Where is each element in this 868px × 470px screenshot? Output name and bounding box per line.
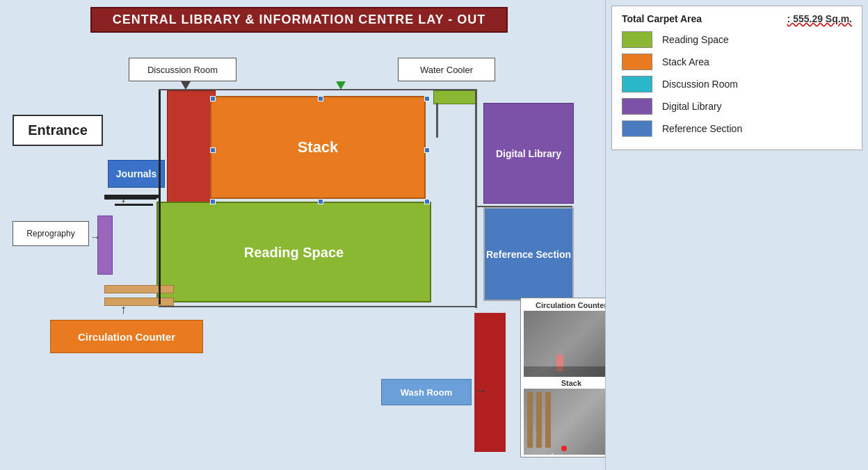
- stack-label: Stack: [298, 138, 339, 156]
- water-cooler-label-box: Water Cooler: [398, 58, 495, 81]
- shelf-bar-1: [104, 285, 174, 293]
- reprography-box: Reprography: [13, 221, 89, 246]
- separator-bar-2: [115, 204, 153, 206]
- reprography-label: Reprography: [26, 229, 74, 238]
- legend-item-discussion-room: Discussion Room: [622, 76, 852, 92]
- journals-box: Journals: [108, 160, 165, 188]
- floorplan-area: CENTRAL LIBRARY & INFORMATION CENTRE LAY…: [0, 0, 605, 470]
- wc-connector: [436, 103, 438, 138]
- reference-section-label: Reference Section: [486, 249, 571, 260]
- arrow-right-washroom: →: [474, 384, 487, 398]
- legend-label-reading-space: Reading Space: [662, 34, 729, 45]
- washroom-box: Wash Room: [381, 379, 472, 405]
- legend-label-reference-section: Reference Section: [662, 123, 742, 134]
- journals-label: Journals: [116, 168, 156, 179]
- legend-swatch-reading-space: [622, 31, 652, 48]
- reference-section: Reference Section: [483, 207, 574, 301]
- red-block: [474, 313, 506, 452]
- handle-bl: [210, 199, 216, 204]
- legend-item-digital-library: Digital Library: [622, 98, 852, 115]
- arrow-repro-right: →: [90, 232, 100, 243]
- legend-swatch-reference-section: [622, 120, 652, 137]
- legend-item-reference-section: Reference Section: [622, 120, 852, 137]
- water-cooler-rect: [433, 90, 476, 104]
- legend-panel: Total Carpet Area : 555.29 Sq.m. Reading…: [605, 0, 868, 470]
- entrance-label: Entrance: [28, 122, 88, 138]
- photo-circulation: [524, 311, 618, 377]
- digital-library: Digital Library: [483, 103, 574, 204]
- handle-bc: [318, 199, 323, 204]
- legend-carpet-label: Total Carpet Area: [622, 13, 702, 24]
- reading-space: Reading Space: [156, 202, 431, 302]
- discussion-room-label: Discussion Room: [147, 65, 218, 75]
- legend-item-stack-area: Stack Area: [622, 54, 852, 70]
- stack-area: Stack: [210, 96, 426, 199]
- water-cooler-label: Water Cooler: [420, 65, 473, 75]
- legend-label-stack-area: Stack Area: [662, 56, 709, 67]
- legend-swatch-stack-area: [622, 54, 652, 70]
- circulation-counter-label: Circulation Counter: [78, 331, 175, 343]
- entrance-box: Entrance: [13, 115, 103, 146]
- arrow-up-1: ↑: [120, 302, 127, 317]
- page-title: CENTRAL LIBRARY & INFORMATION CENTRE LAY…: [113, 13, 485, 26]
- legend-label-discussion-room: Discussion Room: [662, 79, 738, 90]
- middle-border-right: [475, 206, 572, 207]
- journals-separator: [104, 195, 160, 198]
- handle-ml: [210, 147, 216, 153]
- circulation-counter: Circulation Counter: [50, 320, 203, 353]
- handle-tc: [318, 96, 323, 102]
- handle-br: [424, 199, 430, 204]
- digital-library-label: Digital Library: [496, 148, 561, 159]
- legend-swatch-discussion-room: [622, 76, 652, 92]
- top-border: [159, 89, 477, 90]
- main-container: CENTRAL LIBRARY & INFORMATION CENTRE LAY…: [0, 0, 868, 470]
- bottom-border: [159, 306, 477, 307]
- washroom-label: Wash Room: [401, 387, 453, 398]
- shelf-bar-2: [104, 298, 174, 306]
- legend-title-row: Total Carpet Area : 555.29 Sq.m.: [622, 13, 852, 24]
- legend-carpet-value: : 555.29 Sq.m.: [787, 13, 852, 24]
- discussion-room-label-box: Discussion Room: [129, 58, 236, 81]
- legend-item-reading-space: Reading Space: [622, 31, 852, 48]
- photo-stack: [524, 389, 618, 455]
- handle-tr: [424, 96, 430, 102]
- title-box: CENTRAL LIBRARY & INFORMATION CENTRE LAY…: [90, 7, 508, 33]
- reading-space-label: Reading Space: [244, 244, 344, 260]
- repro-rect: [97, 216, 113, 275]
- legend-swatch-digital-library: [622, 98, 652, 115]
- legend-label-digital-library: Digital Library: [662, 101, 722, 112]
- wall-right: [475, 89, 477, 308]
- handle-tl: [210, 96, 216, 102]
- handle-mr: [424, 147, 430, 153]
- legend-box: Total Carpet Area : 555.29 Sq.m. Reading…: [611, 6, 862, 150]
